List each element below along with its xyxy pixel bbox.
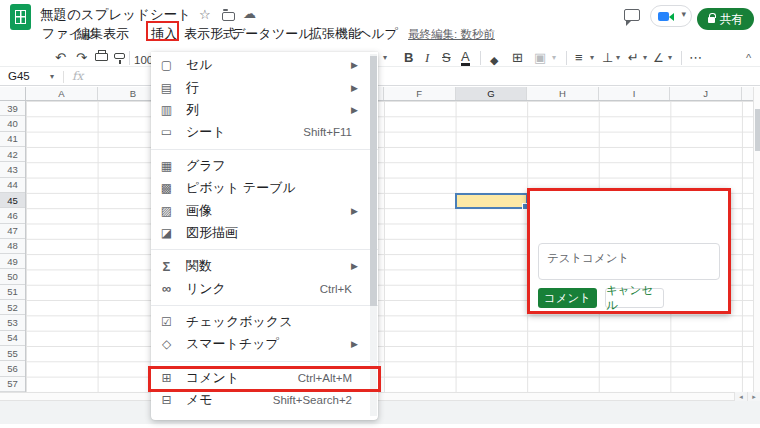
row-header[interactable]: 57 [0,377,25,392]
redo-button[interactable]: ↷ [76,50,87,66]
text-rotation-button[interactable]: ∠ [653,50,664,66]
menu-scrollbar[interactable] [370,54,377,416]
row-header[interactable]: 41 [0,132,25,147]
row-header[interactable]: 48 [0,239,25,254]
row-header[interactable]: 56 [0,361,25,376]
chevron-down-icon[interactable]: ▾ [668,53,672,62]
comment-history-icon[interactable] [624,9,640,21]
chevron-down-icon[interactable]: ▾ [616,53,620,62]
row-header[interactable]: 39 [0,101,25,116]
column-header[interactable]: G [456,87,528,100]
more-options-button[interactable]: ⋯ [689,50,703,66]
row-header[interactable]: 42 [0,147,25,162]
menu-data[interactable]: データ [232,25,272,42]
insert-menu-item-sheet[interactable]: ▭シートShift+F11 [151,121,378,143]
row-header[interactable]: 44 [0,178,25,193]
insert-menu-item-rows[interactable]: ▤行▶ [151,76,378,98]
scroll-right-arrow[interactable]: ▸ [747,392,760,401]
column-header[interactable]: I [599,87,671,100]
chevron-down-icon: ▾ [681,9,686,19]
vertical-scrollbar[interactable] [753,87,760,392]
smart-chip-icon: ◇ [159,337,174,351]
row-header[interactable]: 55 [0,346,25,361]
chevron-down-icon[interactable]: ▾ [643,53,647,62]
bold-button[interactable]: B [404,50,413,66]
insert-menu-item-drawing[interactable]: ◪図形描画 [151,222,378,244]
menu-view[interactable]: 表示 [103,25,129,42]
insert-menu-item-image[interactable]: ▨画像▶ [151,199,378,221]
scroll-left-arrow[interactable]: ◂ [734,392,747,401]
pivot-table-icon: ▩ [159,181,174,195]
borders-button[interactable]: ⊞ [512,50,523,66]
insert-menu-item-smart-chips[interactable]: ◇スマートチップ▶ [151,333,378,355]
insert-menu-item-columns[interactable]: ▥列▶ [151,99,378,121]
column-header[interactable]: H [527,87,599,100]
move-folder-icon[interactable] [222,12,235,21]
sheet-tab-bar [0,401,760,424]
menu-help[interactable]: ヘルプ [358,25,398,42]
menu-format[interactable]: 表示形式 [184,25,236,42]
insert-menu-item-note[interactable]: ⊟メモShift+Search+2 [151,389,378,411]
menu-extensions[interactable]: 拡張機能 [309,25,361,42]
text-wrap-button[interactable]: ↵ [628,50,639,66]
chevron-down-icon[interactable]: ▾ [50,72,54,81]
cloud-status-icon[interactable]: ☁ [243,6,256,21]
insert-menu-item-function[interactable]: Σ関数▶ [151,255,378,277]
row-header[interactable]: 52 [0,300,25,315]
row-header[interactable]: 50 [0,269,25,284]
insert-menu-item-link[interactable]: ∞リンクCtrl+K [151,278,378,300]
name-box[interactable]: G45 [8,70,30,82]
insert-menu-dropdown: ▢セル▶▤行▶▥列▶▭シートShift+F11 ▦グラフ▩ピボット テーブル▨画… [151,52,378,420]
row-header[interactable]: 51 [0,285,25,300]
annotation-box-insert-menu [146,21,179,41]
row-header[interactable]: 47 [0,224,25,239]
select-all-corner[interactable] [0,87,26,101]
sheets-logo-icon[interactable] [10,4,31,30]
insert-menu-item-cells[interactable]: ▢セル▶ [151,54,378,76]
vertical-align-button[interactable]: ⊥ [602,50,613,66]
paint-format-button[interactable] [114,53,125,59]
column-header[interactable]: A [26,87,98,100]
annotation-box-comment-item [148,366,381,392]
selected-cell-g45[interactable] [455,193,528,209]
row-header[interactable]: 54 [0,331,25,346]
google-sheets-app: 無題のスプレッドシート ☆ ☁ ▾ 共有 ファイル編集表示挿入表示形式データツー… [0,0,760,428]
insert-menu-item-checkbox[interactable]: ☑チェックボックス [151,311,378,333]
collapse-toolbar-button[interactable]: ^ [746,50,751,66]
sheet-icon: ▭ [159,125,174,139]
horizontal-align-button[interactable]: ≡ [575,50,583,66]
insert-menu-item-chart[interactable]: ▦グラフ [151,155,378,177]
row-header[interactable]: 53 [0,315,25,330]
formula-bar[interactable] [0,67,760,86]
last-edit-link[interactable]: 最終編集: 数秒前 [408,27,495,42]
row-header[interactable]: 45 [0,193,25,208]
share-button[interactable]: 共有 [697,8,754,30]
meet-button[interactable]: ▾ [650,5,692,27]
row-header[interactable]: 46 [0,208,25,223]
scrollbar-thumb[interactable] [755,109,760,151]
print-button[interactable] [95,53,108,61]
italic-button[interactable]: I [425,50,429,66]
strikethrough-button[interactable]: S [442,50,451,66]
horizontal-scrollbar[interactable] [0,392,760,401]
star-icon[interactable]: ☆ [199,7,211,22]
fx-icon: fx [72,69,83,83]
row-header[interactable]: 49 [0,254,25,269]
meet-camera-icon [658,12,669,21]
text-color-button[interactable]: A [461,50,470,66]
row-header[interactable]: 43 [0,162,25,177]
row-header[interactable]: 40 [0,116,25,131]
annotation-box-comment-popup [527,188,731,314]
chevron-down-icon[interactable]: ▾ [590,53,594,62]
scrollbar-thumb[interactable] [370,56,377,306]
column-header[interactable]: J [670,87,742,100]
insert-menu-item-pivot-table[interactable]: ▩ピボット テーブル [151,177,378,199]
chevron-down-icon[interactable]: ▾ [383,53,387,62]
column-header[interactable]: F [384,87,456,100]
undo-button[interactable]: ↶ [55,50,66,66]
menu-edit[interactable]: 編集 [77,25,103,42]
rows-icon: ▤ [159,81,174,95]
menu-tools[interactable]: ツール [272,25,312,42]
share-label: 共有 [720,11,744,28]
link-icon: ∞ [159,281,174,296]
